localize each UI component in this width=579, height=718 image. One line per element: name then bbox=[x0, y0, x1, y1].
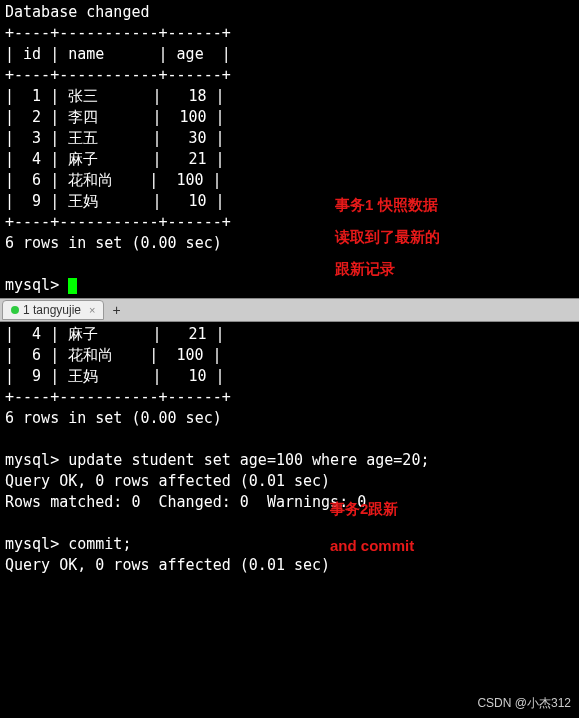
blank-line bbox=[5, 254, 574, 275]
mysql-prompt: mysql> bbox=[5, 276, 68, 294]
blank-line bbox=[5, 429, 574, 450]
table-row: | 9 | 王妈 | 10 | bbox=[5, 191, 574, 212]
table-row: | 2 | 李四 | 100 | bbox=[5, 107, 574, 128]
annotation-text: and commit bbox=[330, 537, 414, 554]
table-border-top: +----+-----------+------+ bbox=[5, 23, 574, 44]
watermark: CSDN @小杰312 bbox=[477, 695, 571, 712]
table-border-bot: +----+-----------+------+ bbox=[5, 387, 574, 408]
result-line: 6 rows in set (0.00 sec) bbox=[5, 233, 574, 254]
tab-tangyujie[interactable]: 1 tangyujie × bbox=[2, 300, 104, 320]
cursor-icon bbox=[68, 278, 77, 294]
annotation-text: 读取到了最新的 bbox=[335, 228, 440, 247]
result-line: 6 rows in set (0.00 sec) bbox=[5, 408, 574, 429]
terminal-pane-top: Database changed +----+-----------+-----… bbox=[0, 0, 579, 298]
status-dot-icon bbox=[11, 306, 19, 314]
commit-command: mysql> commit; bbox=[5, 534, 574, 555]
update-result: Query OK, 0 rows affected (0.01 sec) bbox=[5, 471, 574, 492]
annotation-text: 跟新记录 bbox=[335, 260, 395, 279]
table-header: | id | name | age | bbox=[5, 44, 574, 65]
table-row: | 4 | 麻子 | 21 | bbox=[5, 324, 574, 345]
table-row: | 1 | 张三 | 18 | bbox=[5, 86, 574, 107]
close-icon[interactable]: × bbox=[89, 304, 95, 316]
tab-bar: 1 tangyujie × + bbox=[0, 298, 579, 322]
table-row: | 6 | 花和尚 | 100 | bbox=[5, 345, 574, 366]
table-row: | 6 | 花和尚 | 100 | bbox=[5, 170, 574, 191]
update-result: Rows matched: 0 Changed: 0 Warnings: 0 bbox=[5, 492, 574, 513]
add-tab-button[interactable]: + bbox=[104, 302, 128, 318]
annotation-text: 事务2跟新 bbox=[330, 500, 398, 519]
prompt-line[interactable]: mysql> bbox=[5, 275, 574, 296]
table-row: | 3 | 王五 | 30 | bbox=[5, 128, 574, 149]
commit-result: Query OK, 0 rows affected (0.01 sec) bbox=[5, 555, 574, 576]
tab-label: 1 tangyujie bbox=[23, 303, 81, 317]
table-border-mid: +----+-----------+------+ bbox=[5, 65, 574, 86]
terminal-pane-bottom: | 4 | 麻子 | 21 | | 6 | 花和尚 | 100 | | 9 | … bbox=[0, 322, 579, 578]
table-row: | 4 | 麻子 | 21 | bbox=[5, 149, 574, 170]
status-line: Database changed bbox=[5, 2, 574, 23]
update-command: mysql> update student set age=100 where … bbox=[5, 450, 574, 471]
annotation-text: 事务1 快照数据 bbox=[335, 196, 438, 215]
blank-line bbox=[5, 513, 574, 534]
table-border-bot: +----+-----------+------+ bbox=[5, 212, 574, 233]
table-row: | 9 | 王妈 | 10 | bbox=[5, 366, 574, 387]
